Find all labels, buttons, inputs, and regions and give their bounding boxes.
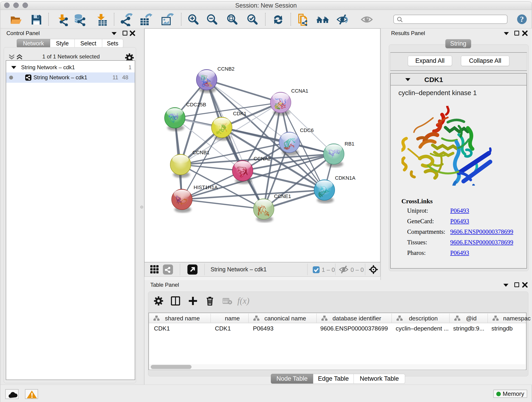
svg-text:CDC6: CDC6 xyxy=(300,128,314,133)
svg-text:CDKN1A: CDKN1A xyxy=(335,175,355,181)
svg-text:CDK1: CDK1 xyxy=(233,111,247,116)
svg-text:CCNE1: CCNE1 xyxy=(274,193,291,199)
svg-text:CDC25B: CDC25B xyxy=(186,102,206,108)
svg-text:HIST1H1A: HIST1H1A xyxy=(194,185,218,190)
svg-text:CCNB2: CCNB2 xyxy=(217,66,234,72)
svg-text:CCNA2: CCNA2 xyxy=(254,156,271,162)
svg-text:CCNB1: CCNB1 xyxy=(192,150,210,155)
svg-text:CCNA1: CCNA1 xyxy=(291,88,308,94)
svg-text:RB1: RB1 xyxy=(345,141,355,147)
